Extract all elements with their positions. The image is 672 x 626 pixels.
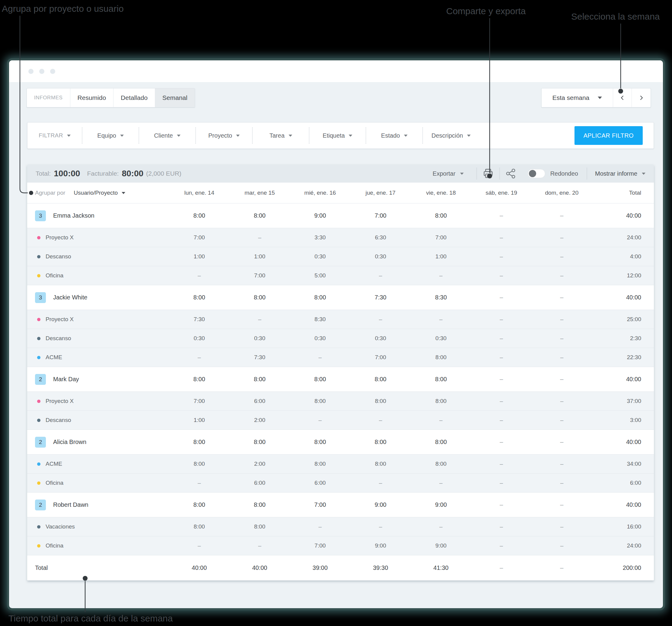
filter-label: Equipo [97,132,116,139]
project-color-dot [37,337,41,340]
filter-dropdown-tarea[interactable]: Tarea [252,127,309,143]
day-value: – [290,417,350,424]
project-label-cell: Descanso [27,335,169,342]
user-row[interactable]: 3Jackie White8:008:008:007:308:30––40:00 [27,285,654,310]
show-report-dropdown[interactable]: Mostrar informe [587,170,645,177]
rounding-toggle[interactable] [528,169,545,178]
row-total-value: 37:00 [592,398,654,405]
filter-dropdown-etiqueta[interactable]: Etiqueta [309,127,366,143]
project-label-cell: Descanso [27,253,169,260]
day-value: 40:00 [169,564,230,571]
day-value: 8:00 [230,501,290,508]
user-label-cell: 2Robert Dawn [27,500,169,510]
user-label-cell: 3Jackie White [27,292,169,303]
project-row[interactable]: Vacaciones8:008:00–––––16:00 [27,517,654,536]
printer-icon [482,168,494,179]
user-row[interactable]: 2Mark Day8:008:008:008:008:00––40:00 [27,367,654,391]
project-row[interactable]: ACME–7:30–7:008:00––22:30 [27,348,654,367]
project-row[interactable]: Proyecto X7:00–3:306:307:00––24:00 [27,228,654,247]
project-name: ACME [46,461,62,467]
project-row[interactable]: Descanso1:001:000:300:301:00––4:00 [27,247,654,266]
apply-filter-button[interactable]: APLICAR FILTRO [575,126,643,145]
filter-bar: FILTRAR EquipoClienteProyectoTareaEtique… [27,122,654,149]
next-week-button[interactable] [632,89,651,107]
day-value: – [411,417,471,424]
screenshot-canvas: INFORMES ResumidoDetalladoSemanal Esta s… [0,0,672,626]
chevron-down-icon [289,135,292,137]
previous-week-button[interactable] [613,89,632,107]
chevron-down-icon [460,173,464,175]
print-button[interactable] [477,168,499,179]
project-row[interactable]: Oficina––7:009:009:00––24:00 [27,536,654,555]
day-value: 8:00 [230,438,290,446]
day-value: 8:30 [290,316,350,323]
day-value: 1:00 [411,253,471,260]
export-dropdown[interactable]: Exportar [433,170,476,177]
filter-dropdown-proyecto[interactable]: Proyecto [195,127,252,143]
day-value: – [350,480,411,486]
annotation-select-week: Selecciona la semana [571,11,660,22]
day-value: 8:00 [169,376,230,383]
user-row[interactable]: 3Emma Jackson8:008:009:007:008:00––40:00 [27,203,654,228]
tab-resumido[interactable]: Resumido [70,89,114,107]
filter-dropdown-descripción[interactable]: Descripción [422,127,479,143]
share-icon [505,168,517,179]
project-name: Oficina [46,480,64,486]
day-value: 1:00 [230,253,290,260]
project-row[interactable]: Proyecto X7:30–8:30––––25:00 [27,310,654,329]
day-value: – [532,501,592,508]
week-range-dropdown[interactable]: Esta semana [542,89,613,107]
day-value: – [532,417,592,424]
project-name: Oficina [46,272,64,279]
row-total-value: 4:00 [592,253,654,260]
filter-dropdown-estado[interactable]: Estado [366,127,422,143]
day-value: – [411,316,471,323]
day-value: – [532,543,592,549]
project-count-badge: 2 [35,500,46,510]
total-row-label: Total [27,564,169,571]
tab-detallado[interactable]: Detallado [114,89,155,107]
filter-dropdown-cliente[interactable]: Cliente [139,127,195,143]
day-value: – [532,354,592,361]
user-label-cell: 2Mark Day [27,374,169,385]
table-body: 3Emma Jackson8:008:009:007:008:00––40:00… [27,203,654,580]
day-value: 6:00 [230,398,290,405]
day-value: – [471,294,532,301]
day-value: – [471,272,532,279]
user-name: Alicia Brown [53,438,86,446]
project-row[interactable]: Descanso1:002:00–––––3:00 [27,410,654,430]
user-row[interactable]: 2Alicia Brown8:008:008:008:008:00––40:00 [27,430,654,454]
filtrar-label: FILTRAR [39,132,63,139]
day-value: – [471,398,532,405]
day-value: – [169,543,230,549]
row-total-value: 40:00 [592,212,654,219]
day-value: 7:00 [350,354,411,361]
day-value: – [471,417,532,424]
chevron-down-icon [67,135,71,137]
filter-dropdown-equipo[interactable]: Equipo [82,127,139,143]
day-value: 8:00 [169,461,230,467]
chevron-down-icon [120,135,124,137]
group-by-dropdown[interactable]: Usuario/Proyecto [74,190,125,196]
row-total-value: 40:00 [592,294,654,301]
project-color-dot [37,255,41,258]
share-button[interactable] [500,168,522,179]
filtrar-dropdown[interactable]: FILTRAR [27,127,82,143]
project-row[interactable]: Descanso0:300:300:300:300:30––2:30 [27,329,654,348]
project-row[interactable]: Oficina–6:006:00––––6:00 [27,473,654,492]
day-value: – [471,501,532,508]
day-value: – [411,480,471,486]
project-row[interactable]: ACME8:002:008:008:008:00––34:00 [27,454,654,473]
tab-semanal[interactable]: Semanal [155,89,195,107]
day-value: 7:00 [169,398,230,405]
chevron-down-icon [177,135,181,137]
day-value: – [532,564,592,571]
project-row[interactable]: Oficina–7:005:00––––12:00 [27,266,654,285]
row-total-value: 200:00 [592,564,654,571]
filter-label: Etiqueta [323,132,345,139]
user-row[interactable]: 2Robert Dawn8:008:007:009:009:00––40:00 [27,492,654,517]
day-value: 7:00 [230,272,290,279]
day-value: 0:30 [411,335,471,342]
project-count-badge: 3 [35,292,46,303]
project-row[interactable]: Proyecto X7:006:008:008:008:00––37:00 [27,391,654,410]
